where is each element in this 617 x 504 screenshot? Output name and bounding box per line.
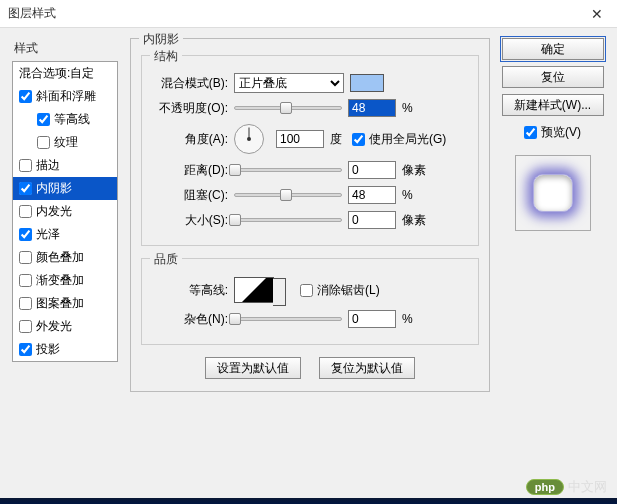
watermark: php 中文网 [526, 478, 607, 496]
distance-label: 距离(D): [152, 162, 234, 179]
right-panel: 确定 复位 新建样式(W)... 预览(V) [500, 38, 605, 492]
style-item[interactable]: 等高线 [13, 108, 117, 131]
opacity-input[interactable] [348, 99, 396, 117]
style-item-checkbox[interactable] [37, 113, 50, 126]
titlebar: 图层样式 ✕ [0, 0, 617, 28]
style-item-label: 等高线 [54, 111, 90, 128]
style-item-label: 内发光 [36, 203, 72, 220]
angle-dial[interactable] [234, 124, 264, 154]
style-item-label: 投影 [36, 341, 60, 358]
choke-input[interactable] [348, 186, 396, 204]
opacity-unit: % [402, 101, 413, 115]
style-item[interactable]: 内阴影 [13, 177, 117, 200]
style-item[interactable]: 外发光 [13, 315, 117, 338]
style-item[interactable]: 混合选项:自定 [13, 62, 117, 85]
preview-shape [533, 174, 573, 212]
style-item-checkbox[interactable] [19, 182, 32, 195]
style-item-checkbox[interactable] [19, 159, 32, 172]
set-default-button[interactable]: 设置为默认值 [205, 357, 301, 379]
size-unit: 像素 [402, 212, 426, 229]
style-item[interactable]: 颜色叠加 [13, 246, 117, 269]
taskbar-strip [0, 498, 617, 504]
style-item-checkbox[interactable] [19, 320, 32, 333]
quality-group: 品质 等高线: 消除锯齿(L) 杂色(N): % [141, 258, 479, 345]
blend-mode-select[interactable]: 正片叠底 [234, 73, 344, 93]
preview-label: 预览(V) [541, 124, 581, 141]
style-item-label: 混合选项:自定 [19, 65, 94, 82]
angle-label: 角度(A): [152, 131, 234, 148]
opacity-slider[interactable] [234, 106, 342, 110]
style-item-label: 光泽 [36, 226, 60, 243]
structure-group: 结构 混合模式(B): 正片叠底 不透明度(O): % [141, 55, 479, 246]
style-item[interactable]: 内发光 [13, 200, 117, 223]
distance-unit: 像素 [402, 162, 426, 179]
opacity-label: 不透明度(O): [152, 100, 234, 117]
style-item-checkbox[interactable] [19, 205, 32, 218]
noise-unit: % [402, 312, 413, 326]
blend-mode-label: 混合模式(B): [152, 75, 234, 92]
shadow-color-swatch[interactable] [350, 74, 384, 92]
contour-label: 等高线: [152, 282, 234, 299]
choke-slider[interactable] [234, 193, 342, 197]
size-input[interactable] [348, 211, 396, 229]
noise-slider[interactable] [234, 317, 342, 321]
global-light-checkbox[interactable]: 使用全局光(G) [352, 131, 446, 148]
preview-swatch [515, 155, 591, 231]
distance-input[interactable] [348, 161, 396, 179]
antialias-label: 消除锯齿(L) [317, 282, 380, 299]
style-item-label: 渐变叠加 [36, 272, 84, 289]
watermark-pill: php [526, 479, 564, 495]
styles-panel: 样式 混合选项:自定斜面和浮雕等高线纹理描边内阴影内发光光泽颜色叠加渐变叠加图案… [12, 38, 120, 492]
style-item-checkbox[interactable] [19, 228, 32, 241]
style-item-label: 图案叠加 [36, 295, 84, 312]
style-item-checkbox[interactable] [19, 251, 32, 264]
styles-header: 样式 [12, 38, 120, 61]
close-icon: ✕ [591, 6, 603, 22]
global-light-label: 使用全局光(G) [369, 131, 446, 148]
style-item-label: 颜色叠加 [36, 249, 84, 266]
style-item[interactable]: 光泽 [13, 223, 117, 246]
inner-shadow-group: 内阴影 结构 混合模式(B): 正片叠底 不透明度(O): [130, 38, 490, 392]
style-item-checkbox[interactable] [19, 90, 32, 103]
angle-unit: 度 [330, 131, 342, 148]
style-item-label: 描边 [36, 157, 60, 174]
window-title: 图层样式 [8, 5, 577, 22]
close-button[interactable]: ✕ [577, 0, 617, 28]
distance-slider[interactable] [234, 168, 342, 172]
style-item-checkbox[interactable] [19, 343, 32, 356]
reset-button[interactable]: 复位 [502, 66, 604, 88]
style-item-label: 内阴影 [36, 180, 72, 197]
style-item[interactable]: 投影 [13, 338, 117, 361]
style-item-checkbox[interactable] [37, 136, 50, 149]
style-item[interactable]: 渐变叠加 [13, 269, 117, 292]
antialias-checkbox[interactable]: 消除锯齿(L) [300, 282, 380, 299]
noise-label: 杂色(N): [152, 311, 234, 328]
size-slider[interactable] [234, 218, 342, 222]
contour-picker[interactable] [234, 277, 274, 303]
style-item-label: 外发光 [36, 318, 72, 335]
ok-button[interactable]: 确定 [502, 38, 604, 60]
new-style-button[interactable]: 新建样式(W)... [502, 94, 604, 116]
style-item-label: 斜面和浮雕 [36, 88, 96, 105]
preview-checkbox[interactable]: 预览(V) [524, 124, 581, 141]
style-item[interactable]: 纹理 [13, 131, 117, 154]
style-item-checkbox[interactable] [19, 297, 32, 310]
style-item-label: 纹理 [54, 134, 78, 151]
style-item[interactable]: 图案叠加 [13, 292, 117, 315]
style-item[interactable]: 斜面和浮雕 [13, 85, 117, 108]
choke-unit: % [402, 188, 413, 202]
structure-legend: 结构 [150, 48, 182, 65]
styles-list: 混合选项:自定斜面和浮雕等高线纹理描边内阴影内发光光泽颜色叠加渐变叠加图案叠加外… [12, 61, 118, 362]
quality-legend: 品质 [150, 251, 182, 268]
noise-input[interactable] [348, 310, 396, 328]
style-item-checkbox[interactable] [19, 274, 32, 287]
reset-default-button[interactable]: 复位为默认值 [319, 357, 415, 379]
style-item[interactable]: 描边 [13, 154, 117, 177]
choke-label: 阻塞(C): [152, 187, 234, 204]
watermark-text: 中文网 [568, 478, 607, 496]
angle-input[interactable] [276, 130, 324, 148]
inner-shadow-title: 内阴影 [139, 31, 183, 48]
size-label: 大小(S): [152, 212, 234, 229]
